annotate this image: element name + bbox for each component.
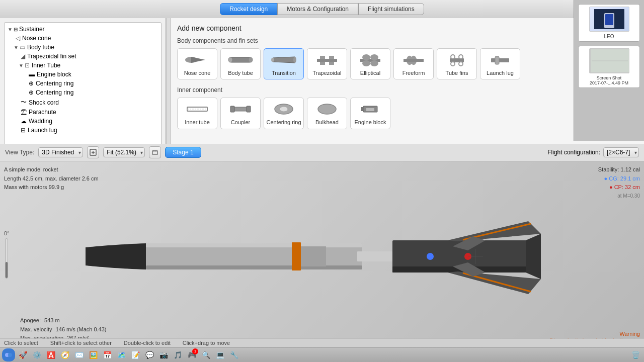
tree-item-shockcord[interactable]: 〜 Shock cord [7, 97, 159, 108]
dock-photos[interactable]: 🖼️ [87, 348, 100, 361]
tree-item-launchlug[interactable]: ⊟ Launch lug [7, 126, 159, 135]
dock-launchpad[interactable]: 🚀 [16, 348, 29, 361]
component-centering-ring[interactable]: Centering ring [264, 98, 304, 129]
dock-messages[interactable]: 💬 [143, 348, 156, 361]
svg-rect-39 [605, 14, 613, 25]
tree-item-parachute[interactable]: ⛱ Parachute [7, 108, 159, 117]
svg-rect-36 [361, 107, 364, 111]
component-transition[interactable]: Transition [264, 48, 304, 79]
dock-itunes[interactable]: 🎵 [171, 348, 184, 361]
tab-rocket-design[interactable]: Rocket design [220, 3, 277, 15]
nose-cone-icon [185, 52, 209, 68]
flight-config-select-wrapper[interactable]: [2×C6-7] [603, 147, 639, 157]
bulkhead-icon [315, 101, 339, 117]
component-elliptical[interactable]: Elliptical [350, 48, 390, 79]
svg-point-59 [427, 253, 434, 260]
dock-trash[interactable]: 🗑️ [629, 348, 642, 361]
dock-app-store[interactable]: 🅰️ [44, 348, 57, 361]
component-engine-block[interactable]: Engine block [350, 98, 390, 129]
dock-notes[interactable]: 📝 [129, 348, 142, 361]
tree-item-finset[interactable]: ◢ Trapezoidal fin set [7, 52, 159, 61]
component-body-tube[interactable]: Body tube [220, 48, 261, 79]
svg-rect-46 [152, 151, 157, 154]
dock-more[interactable]: 🔍 [199, 348, 212, 361]
svg-point-4 [249, 57, 253, 62]
tab-flight-sims[interactable]: Flight simulations [358, 3, 424, 15]
dock-mail[interactable]: ✉️ [72, 348, 86, 361]
dock-settings2[interactable]: 🔧 [227, 348, 240, 361]
tab-motors[interactable]: Motors & Configuration [277, 3, 358, 15]
view-type-select-wrapper[interactable]: 3D Finished [38, 147, 83, 157]
component-inner-tube[interactable]: Inner tube [177, 98, 217, 129]
flight-config-select[interactable]: [2×C6-7] [603, 147, 639, 157]
svg-point-65 [8, 353, 12, 357]
svg-rect-28 [232, 107, 249, 111]
tree-item-nosecone[interactable]: ◁ Nose cone [7, 34, 159, 43]
svg-rect-30 [247, 106, 251, 112]
fit-icon-btn[interactable] [149, 146, 161, 158]
view-type-select[interactable]: 3D Finished [38, 147, 83, 157]
rocket-visualization [45, 206, 548, 307]
tab-bar: Rocket design Motors & Configuration Fli… [0, 0, 644, 18]
coupler-icon [228, 101, 253, 117]
stage-1-button[interactable]: Stage 1 [165, 147, 201, 158]
max-velocity-label: Max. velocity [20, 326, 52, 332]
dock-notification[interactable]: 🎮 1 [185, 348, 198, 361]
svg-marker-10 [329, 56, 334, 59]
svg-rect-25 [495, 56, 499, 64]
svg-point-17 [370, 60, 378, 66]
innertube-label: Inner Tube [32, 62, 60, 69]
sustainer-label: Sustainer [19, 26, 45, 33]
tree-toggle-innertube[interactable]: ▼ [19, 63, 24, 68]
svg-point-20 [451, 55, 455, 59]
view-type-label: View Type: [5, 149, 34, 156]
dock-calendar[interactable]: 📅 [101, 348, 114, 361]
launchlug-label: Launch lug [28, 127, 57, 134]
engine-block-comp-icon [358, 101, 382, 117]
component-tube-fins[interactable]: Tube fins [437, 48, 477, 79]
bodytube-icon: ▭ [20, 44, 25, 51]
reset-view-icon [90, 149, 97, 156]
fit-reset-icon-btn[interactable] [87, 146, 99, 158]
svg-rect-29 [230, 106, 234, 112]
svg-point-14 [362, 54, 370, 60]
dock-finder[interactable] [2, 348, 15, 361]
dock-system-prefs[interactable]: ⚙️ [30, 348, 43, 361]
hint-bar: Click to select Shift+click to select ot… [0, 338, 644, 347]
component-freeform[interactable]: Freeform [393, 48, 434, 79]
component-bulkhead[interactable]: Bulkhead [307, 98, 347, 129]
bulkhead-label: Bulkhead [315, 119, 339, 125]
component-nose-cone[interactable]: Nose cone [177, 48, 217, 79]
svg-rect-35 [366, 108, 374, 111]
fit-select[interactable]: Fit (52.1%) [103, 147, 145, 157]
dock-terminal[interactable]: 💻 [213, 348, 226, 361]
wadding-icon: ☁ [21, 118, 27, 125]
angle-bar [5, 238, 8, 279]
tree-toggle-sustainer[interactable]: ▼ [8, 27, 13, 32]
inner-tube-comp-label: Inner tube [185, 119, 210, 125]
screenshot-card: Screen Shot 2017-07-...4.49 PM [578, 46, 640, 88]
dock-maps[interactable]: 🗺️ [115, 348, 128, 361]
tree-item-centeringring1[interactable]: ⊕ Centering ring [7, 79, 159, 88]
component-trapezoidal[interactable]: Trapezoidal [307, 48, 347, 79]
screenshot-label: Screen Shot 2017-07-...4.49 PM [581, 75, 637, 85]
component-launch-lug[interactable]: Launch lug [480, 48, 520, 79]
dock-facetime[interactable]: 📷 [157, 348, 170, 361]
svg-marker-11 [320, 62, 325, 65]
tree-item-bodytube[interactable]: ▼ ▭ Body tube [7, 43, 159, 52]
freeform-label: Freeform [403, 70, 425, 76]
dock-safari[interactable]: 🧭 [58, 348, 71, 361]
component-coupler[interactable]: Coupler [220, 98, 261, 129]
svg-point-7 [293, 57, 296, 63]
tree-item-innertube[interactable]: ▼ ⊡ Inner Tube [7, 61, 159, 70]
fit-select-wrapper[interactable]: Fit (52.1%) [103, 147, 145, 157]
bodytube-label: Body tube [27, 44, 54, 51]
tree-toggle-bodytube[interactable]: ▼ [14, 45, 19, 50]
tree-root-sustainer[interactable]: ▼ ⊟ Sustainer [7, 25, 159, 34]
tree-item-centeringring2[interactable]: ⊕ Centering ring [7, 88, 159, 97]
launchlug-icon: ⊟ [21, 127, 26, 134]
tree-item-engineblock[interactable]: ▬ Engine block [7, 70, 159, 79]
svg-rect-51 [146, 265, 362, 269]
tree-item-wadding[interactable]: ☁ Wadding [7, 117, 159, 126]
viz-section: View Type: 3D Finished Fit (52.1%) [0, 144, 644, 347]
